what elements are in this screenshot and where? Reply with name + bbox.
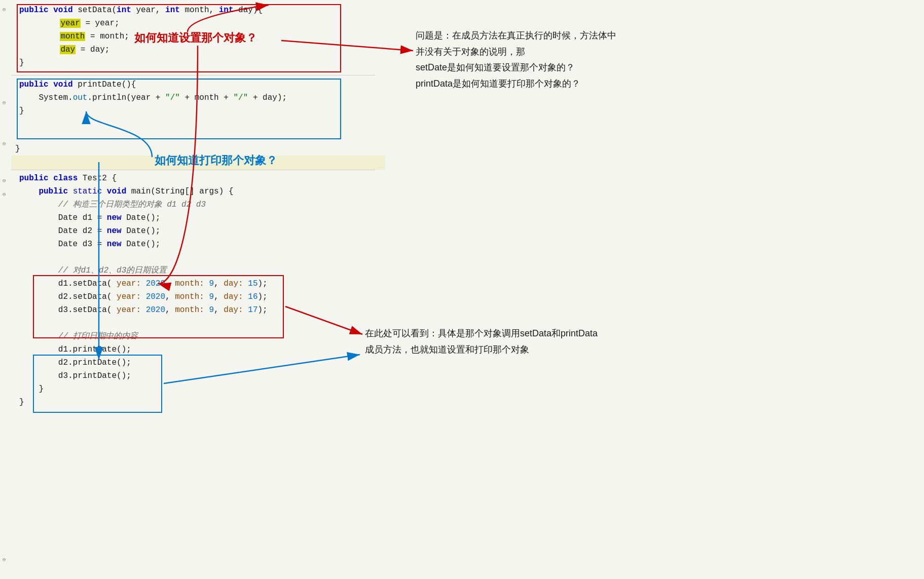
- code-line-printdate-sig: public void printDate(){: [15, 79, 291, 92]
- code-line-blank1: [15, 251, 272, 264]
- blue-question-printdate: 如何知道打印那个对象？: [155, 153, 277, 168]
- code-line-println: System.out.println(year + "/" + month + …: [15, 92, 291, 105]
- fold-icon-1: ⊖: [3, 6, 6, 13]
- exp1-line1: 问题是：在成员方法在真正执行的时候，方法体中: [416, 28, 616, 44]
- divider-2: [11, 170, 375, 170]
- exp2-line1: 在此处可以看到：具体是那个对象调用setData和printData: [365, 326, 598, 342]
- code-line-d1-setdata: d1.setData( year: 2020, month: 9, day: 1…: [15, 278, 272, 291]
- code-line-class-close: }: [15, 396, 272, 409]
- code-line-d1-new: Date d1 = new Date();: [15, 212, 272, 225]
- page-container: ⊖ ⊖ ⊖ ⊖ ⊖ ⊖ public void setData(int year…: [0, 0, 924, 579]
- code-line-d3-setdata: d3.setData( year: 2020, month: 9, day: 1…: [15, 304, 272, 317]
- printdate-code-section: public void printDate(){ System.out.prin…: [15, 79, 291, 118]
- code-line-setdata-sig: public void setData(int year, int month,…: [15, 4, 267, 17]
- fold-icon-5: ⊖: [3, 191, 6, 198]
- red-question-setdata: 如何知道设置那个对象？: [134, 30, 257, 46]
- code-line-d1-print: d1.printDate();: [15, 343, 272, 357]
- exp1-line4: printData是如何知道要打印那个对象的？: [416, 76, 616, 92]
- code-line-main-sig: public static void main(String[] args) {: [15, 185, 272, 199]
- red-arrow-to-explanation2: [285, 306, 362, 334]
- code-line-d3-new: Date d3 = new Date();: [15, 238, 272, 251]
- fold-icon-4: ⊖: [3, 177, 6, 184]
- divider-1: [11, 75, 375, 75]
- code-line-comment2: // 对d1、d2、d3的日期设置: [15, 264, 272, 278]
- explanation-2: 在此处可以看到：具体是那个对象调用setData和printData 成员方法，…: [365, 326, 598, 358]
- fold-icon-2: ⊖: [3, 99, 6, 106]
- code-line-d2-print: d2.printDate();: [15, 357, 272, 370]
- code-line-d2-new: Date d2 = new Date();: [15, 225, 272, 238]
- exp1-line2: 并没有关于对象的说明，那: [416, 44, 616, 60]
- code-line-d3-print: d3.printDate();: [15, 370, 272, 383]
- code-line-blank2: [15, 317, 272, 330]
- code-line-comment1: // 构造三个日期类型的对象 d1 d2 d3: [15, 199, 272, 212]
- fold-icon-6: ⊖: [3, 556, 6, 563]
- code-line-d2-setdata: d2.setData( year: 2020, month: 9, day: 1…: [15, 291, 272, 304]
- code-line-setdata-close: }: [15, 57, 267, 70]
- test2-code-section: public class Test2 { public static void …: [15, 172, 272, 409]
- code-line-comment3: // 打印日期中的内容: [15, 330, 272, 343]
- code-line-printdate-close: }: [15, 105, 291, 118]
- explanation-1: 问题是：在成员方法在真正执行的时候，方法体中 并没有关于对象的说明，那 setD…: [416, 28, 616, 92]
- exp2-line2: 成员方法，也就知道设置和打印那个对象: [365, 342, 598, 358]
- code-line-outer-close-top: }: [15, 144, 20, 153]
- code-line-year-assign: year = year;: [15, 17, 267, 30]
- code-line-class-sig: public class Test2 {: [15, 172, 272, 185]
- exp1-line3: setDate是如何知道要设置那个对象的？: [416, 60, 616, 76]
- code-line-main-close: }: [15, 383, 272, 396]
- fold-icon-3: ⊖: [3, 140, 6, 147]
